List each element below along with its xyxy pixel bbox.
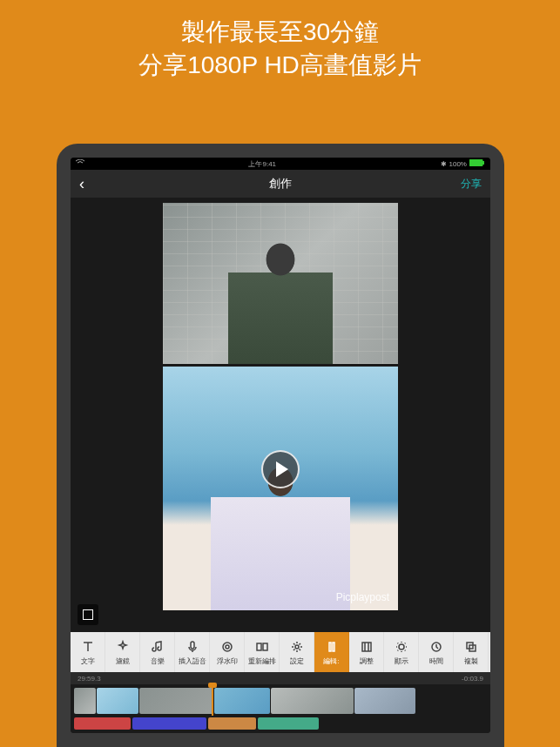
time-icon bbox=[428, 639, 444, 655]
tool-voice[interactable]: 插入語音 bbox=[175, 632, 210, 672]
svg-rect-9 bbox=[362, 643, 371, 651]
timeline[interactable] bbox=[71, 684, 490, 733]
battery-text: 100% bbox=[449, 160, 467, 168]
tool-label: 插入語音 bbox=[179, 656, 206, 666]
svg-rect-0 bbox=[469, 159, 482, 166]
video-track[interactable] bbox=[71, 686, 490, 716]
status-bar: 上午9:41 ✱ 100% bbox=[71, 158, 490, 170]
promo-headline: 製作最長至30分鐘 分享1080P HD高畫值影片 bbox=[0, 0, 560, 108]
voice-icon bbox=[185, 639, 200, 655]
tool-label: 調整 bbox=[360, 656, 374, 666]
filter-icon bbox=[115, 639, 131, 655]
adjust-icon bbox=[359, 639, 374, 655]
collage-cell-bottom[interactable]: Picplaypost bbox=[163, 367, 398, 610]
audio-clip[interactable] bbox=[258, 717, 319, 730]
music-icon bbox=[150, 639, 165, 655]
svg-rect-8 bbox=[333, 643, 334, 651]
tool-label: 音樂 bbox=[151, 656, 165, 666]
play-button[interactable] bbox=[261, 450, 300, 488]
svg-point-10 bbox=[399, 644, 404, 649]
tool-time[interactable]: 時間 bbox=[419, 632, 454, 672]
time-current: 29:59.3 bbox=[78, 675, 101, 683]
svg-rect-5 bbox=[263, 643, 267, 650]
editor-toolbar: 文字濾鏡音樂插入語音浮水印重新編排設定編輯:調整顯示時間複製清除 bbox=[71, 632, 490, 672]
playhead[interactable] bbox=[212, 686, 213, 716]
tablet-frame: 上午9:41 ✱ 100% ‹ 創作 分享 bbox=[57, 144, 504, 747]
audio-clip[interactable] bbox=[132, 717, 206, 730]
preview-area: Picplaypost bbox=[71, 198, 490, 632]
audio-clip[interactable] bbox=[208, 717, 256, 730]
tool-float[interactable]: 浮水印 bbox=[210, 632, 245, 672]
tool-label: 複製 bbox=[464, 656, 478, 666]
video-clip[interactable] bbox=[97, 688, 138, 714]
tool-label: 重新編排 bbox=[248, 656, 276, 666]
video-clip[interactable] bbox=[354, 688, 415, 714]
tool-label: 編輯: bbox=[323, 656, 339, 666]
page-title: 創作 bbox=[269, 176, 292, 192]
collage-preview[interactable]: Picplaypost bbox=[163, 203, 398, 610]
tool-settings[interactable]: 設定 bbox=[280, 632, 314, 672]
status-time: 上午9:41 bbox=[248, 159, 276, 169]
nav-bar: ‹ 創作 分享 bbox=[71, 170, 490, 198]
video-clip[interactable] bbox=[74, 688, 96, 714]
wifi-icon bbox=[76, 159, 84, 168]
tool-label: 顯示 bbox=[395, 656, 408, 666]
tool-label: 文字 bbox=[81, 656, 95, 666]
watermark-text: Picplaypost bbox=[336, 591, 389, 603]
collage-cell-top[interactable] bbox=[163, 203, 398, 364]
tool-label: 設定 bbox=[290, 656, 304, 666]
bluetooth-icon: ✱ bbox=[441, 160, 447, 168]
tool-text[interactable]: 文字 bbox=[71, 632, 105, 672]
edit-icon bbox=[324, 639, 340, 655]
app-screen: 上午9:41 ✱ 100% ‹ 創作 分享 bbox=[71, 158, 490, 733]
video-clip[interactable] bbox=[271, 688, 354, 714]
svg-rect-1 bbox=[482, 161, 484, 165]
tool-label: 濾鏡 bbox=[116, 656, 130, 666]
tool-edit[interactable]: 編輯: bbox=[314, 632, 349, 672]
fullscreen-button[interactable] bbox=[78, 604, 98, 625]
svg-rect-2 bbox=[191, 642, 194, 649]
time-remaining: -0:03.9 bbox=[462, 675, 483, 683]
play-icon bbox=[276, 461, 288, 477]
audio-clip[interactable] bbox=[74, 717, 131, 730]
tool-filter[interactable]: 濾鏡 bbox=[105, 632, 140, 672]
tool-copy[interactable]: 複製 bbox=[454, 632, 489, 672]
video-clip[interactable] bbox=[214, 688, 270, 714]
display-icon bbox=[394, 639, 409, 655]
fullscreen-icon bbox=[83, 609, 93, 620]
tool-delete[interactable]: 清除 bbox=[489, 632, 490, 672]
svg-rect-7 bbox=[329, 643, 331, 651]
back-button[interactable]: ‹ bbox=[79, 175, 84, 193]
svg-rect-4 bbox=[257, 643, 261, 650]
settings-icon bbox=[289, 639, 305, 655]
float-icon bbox=[219, 639, 235, 655]
tool-music[interactable]: 音樂 bbox=[140, 632, 175, 672]
tool-display[interactable]: 顯示 bbox=[384, 632, 419, 672]
time-bar: 29:59.3 -0:03.9 bbox=[71, 672, 490, 684]
tool-label: 時間 bbox=[429, 656, 443, 666]
text-icon bbox=[80, 639, 96, 655]
reorder-icon bbox=[254, 639, 270, 655]
copy-icon bbox=[463, 639, 479, 655]
tool-adjust[interactable]: 調整 bbox=[349, 632, 384, 672]
svg-point-3 bbox=[223, 643, 232, 651]
svg-point-6 bbox=[295, 645, 299, 649]
audio-track[interactable] bbox=[71, 716, 490, 731]
share-button[interactable]: 分享 bbox=[461, 177, 482, 192]
tool-reorder[interactable]: 重新編排 bbox=[245, 632, 280, 672]
tool-label: 浮水印 bbox=[217, 656, 238, 666]
video-clip[interactable] bbox=[139, 688, 213, 714]
battery-icon bbox=[469, 159, 485, 168]
